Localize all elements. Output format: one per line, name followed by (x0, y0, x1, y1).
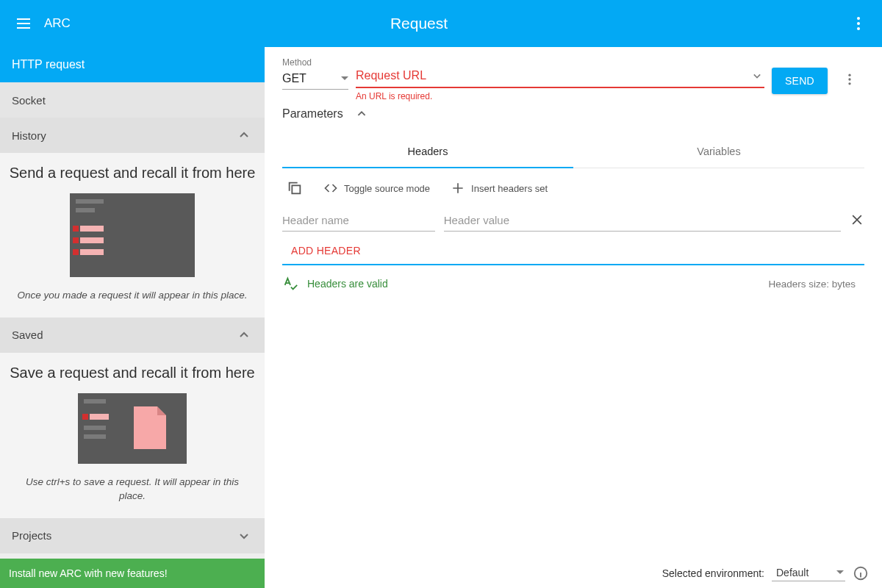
info-icon (853, 565, 869, 581)
environment-value: Default (776, 567, 808, 578)
svg-point-2 (857, 27, 860, 30)
svg-rect-16 (84, 426, 106, 430)
url-error-text: An URL is required. (356, 91, 764, 101)
kebab-icon (850, 15, 867, 32)
app-header: ARC Request (0, 0, 882, 47)
header-value-input[interactable] (444, 208, 841, 232)
method-value: GET (282, 72, 306, 85)
saved-empty-title: Save a request and recall it from here (9, 365, 256, 381)
toggle-source-button[interactable]: Toggle source mode (319, 178, 434, 198)
install-banner-text: Install new ARC with new features! (9, 567, 168, 579)
sidebar-section-label: Saved (12, 329, 43, 341)
tab-headers[interactable]: Headers (282, 135, 573, 168)
tab-variables[interactable]: Variables (573, 135, 864, 168)
environment-select[interactable]: Default (772, 565, 845, 581)
add-header-button[interactable]: ADD HEADER (282, 245, 361, 257)
kebab-icon (842, 72, 857, 87)
saved-empty-illustration (78, 393, 187, 464)
close-icon (850, 212, 864, 227)
svg-rect-24 (292, 185, 300, 193)
svg-rect-4 (76, 199, 104, 204)
sidebar-section-label: Projects (12, 529, 51, 542)
method-select[interactable]: GET (282, 68, 348, 90)
svg-rect-9 (80, 237, 104, 243)
svg-point-21 (848, 74, 850, 76)
copy-headers-button[interactable] (282, 177, 307, 199)
svg-rect-7 (80, 226, 104, 232)
svg-point-1 (857, 22, 860, 25)
svg-point-22 (848, 78, 850, 80)
svg-point-0 (857, 17, 860, 20)
dropdown-arrow-icon (836, 570, 844, 575)
dropdown-arrow-icon (341, 76, 348, 81)
app-name: ARC (44, 16, 71, 31)
insert-headers-set-button[interactable]: Insert headers set (446, 178, 552, 198)
chevron-up-icon (354, 106, 370, 122)
install-banner[interactable]: Install new ARC with new features! (0, 559, 265, 588)
toggle-source-label: Toggle source mode (344, 183, 430, 194)
chevron-up-icon (235, 126, 253, 144)
request-more-button[interactable] (835, 65, 864, 94)
environment-info-button[interactable] (853, 565, 869, 581)
page-title: Request (0, 15, 882, 32)
method-label: Method (282, 57, 348, 68)
svg-rect-3 (70, 193, 195, 277)
headers-valid-text: Headers are valid (307, 278, 388, 290)
chevron-up-icon (235, 326, 253, 344)
svg-rect-14 (82, 414, 88, 420)
header-name-input[interactable] (282, 208, 435, 232)
parameters-label: Parameters (282, 107, 343, 121)
saved-empty-desc: Use ctrl+s to save a request. It will ap… (9, 476, 256, 503)
hamburger-icon (15, 15, 32, 32)
menu-button[interactable] (6, 6, 41, 41)
sidebar-item-socket[interactable]: Socket (0, 82, 265, 118)
status-footer: Selected environment: Default (265, 559, 882, 588)
sidebar-item-http-request[interactable]: HTTP request (0, 47, 265, 82)
svg-rect-10 (73, 249, 79, 255)
sidebar: HTTP request Socket History Send a reque… (0, 47, 265, 588)
svg-rect-17 (84, 434, 106, 439)
svg-rect-15 (90, 414, 109, 420)
sidebar-section-history[interactable]: History (0, 118, 265, 153)
header-row (265, 208, 882, 232)
sidebar-section-label: History (12, 129, 46, 142)
history-empty-illustration (70, 193, 195, 277)
main-content: Method GET An URL is (265, 47, 882, 588)
history-empty-title: Send a request and recall it from here (9, 165, 256, 182)
chevron-down-icon (235, 527, 253, 545)
url-expand-icon[interactable] (750, 68, 764, 83)
svg-point-23 (848, 82, 850, 85)
remove-header-button[interactable] (850, 212, 864, 232)
svg-rect-8 (73, 237, 79, 243)
environment-label: Selected environment: (662, 567, 764, 579)
svg-rect-6 (73, 226, 79, 232)
svg-rect-5 (76, 208, 95, 212)
params-tabs: Headers Variables (282, 135, 864, 168)
history-empty-desc: Once you made a request it will appear i… (9, 289, 256, 303)
insert-headers-set-label: Insert headers set (471, 183, 548, 194)
plus-icon (451, 181, 465, 196)
parameters-toggle[interactable] (354, 106, 370, 122)
header-more-button[interactable] (841, 6, 876, 41)
history-empty-state: Send a request and recall it from here O… (0, 153, 265, 318)
code-icon (323, 181, 338, 196)
svg-rect-13 (84, 399, 106, 404)
saved-empty-state: Save a request and recall it from here U… (0, 353, 265, 518)
send-button[interactable]: SEND (772, 68, 828, 94)
spellcheck-icon (282, 276, 298, 292)
url-input[interactable] (356, 69, 750, 82)
sidebar-section-saved[interactable]: Saved (0, 318, 265, 353)
svg-rect-11 (80, 249, 104, 255)
sidebar-section-projects[interactable]: Projects (0, 518, 265, 553)
headers-size-text: Headers size: bytes (768, 279, 856, 290)
copy-icon (287, 180, 303, 196)
